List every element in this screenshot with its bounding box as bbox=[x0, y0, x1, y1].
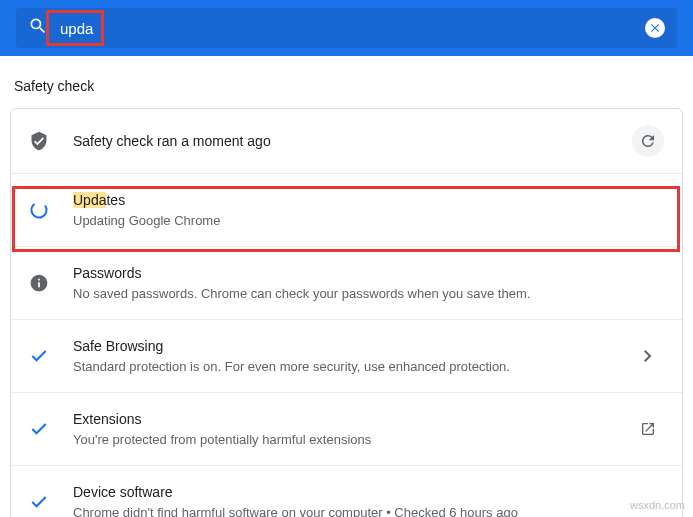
row-updates[interactable]: Updates Updating Google Chrome bbox=[11, 174, 682, 247]
row-subtitle: Updating Google Chrome bbox=[73, 212, 664, 230]
check-icon bbox=[29, 492, 49, 512]
row-title: Passwords bbox=[73, 263, 664, 283]
row-title: Device software bbox=[73, 482, 664, 502]
open-in-new-icon bbox=[632, 413, 664, 445]
chevron-right-icon bbox=[632, 340, 664, 372]
search-icon bbox=[28, 16, 48, 40]
row-subtitle: Chrome didn't find harmful software on y… bbox=[73, 504, 664, 517]
row-subtitle: You're protected from potentially harmfu… bbox=[73, 431, 632, 449]
row-title: Safety check ran a moment ago bbox=[73, 131, 632, 151]
row-safety-check: Safety check ran a moment ago bbox=[11, 109, 682, 174]
safety-check-card: Safety check ran a moment ago Updates Up… bbox=[10, 108, 683, 517]
row-title: Extensions bbox=[73, 409, 632, 429]
watermark: wsxdn.com bbox=[630, 499, 685, 511]
row-subtitle: No saved passwords. Chrome can check you… bbox=[73, 285, 664, 303]
check-icon bbox=[29, 419, 49, 439]
row-subtitle: Standard protection is on. For even more… bbox=[73, 358, 632, 376]
row-safe-browsing[interactable]: Safe Browsing Standard protection is on.… bbox=[11, 320, 682, 393]
row-passwords[interactable]: Passwords No saved passwords. Chrome can… bbox=[11, 247, 682, 320]
highlight-match: Upda bbox=[73, 192, 106, 208]
search-bar[interactable] bbox=[16, 8, 677, 48]
row-title: Safe Browsing bbox=[73, 336, 632, 356]
info-icon bbox=[29, 273, 49, 293]
section-title: Safety check bbox=[0, 56, 693, 108]
clear-search-button[interactable] bbox=[645, 18, 665, 38]
check-icon bbox=[29, 346, 49, 366]
row-device-software[interactable]: Device software Chrome didn't find harmf… bbox=[11, 466, 682, 517]
rerun-button[interactable] bbox=[632, 125, 664, 157]
spinner-icon bbox=[29, 200, 49, 220]
search-header bbox=[0, 0, 693, 56]
row-title: Updates bbox=[73, 190, 664, 210]
search-input[interactable] bbox=[60, 20, 645, 37]
svg-point-0 bbox=[29, 200, 49, 220]
shield-icon bbox=[29, 131, 49, 151]
row-extensions[interactable]: Extensions You're protected from potenti… bbox=[11, 393, 682, 466]
